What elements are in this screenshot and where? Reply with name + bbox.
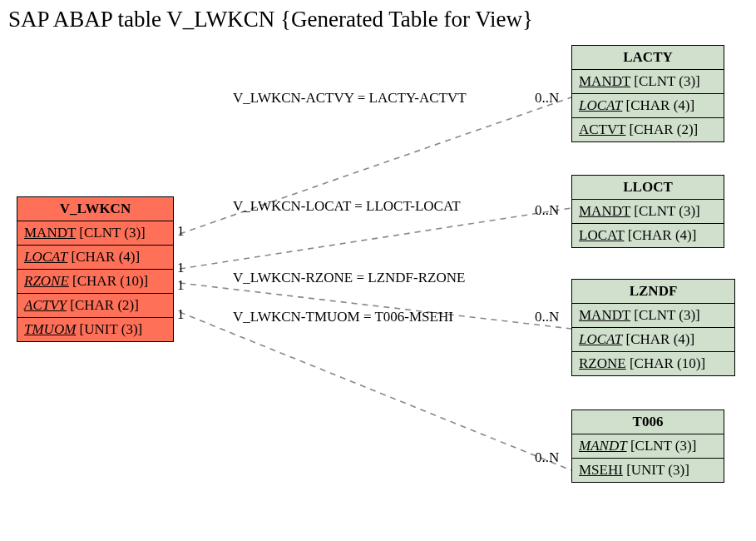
right-cardinality: 0..N <box>535 309 559 325</box>
right-cardinality: 0..N <box>535 90 559 107</box>
field-type: [CHAR (10)] <box>72 273 148 289</box>
page-title: SAP ABAP table V_LWKCN {Generated Table … <box>8 7 533 32</box>
relation-label: V_LWKCN-RZONE = LZNDF-RZONE <box>233 270 465 286</box>
entity-header: LZNDF <box>572 280 734 304</box>
entity-lacty: LACTY MANDT [CLNT (3)] LOCAT [CHAR (4)] … <box>571 45 724 142</box>
right-cardinality: 0..N <box>535 202 559 219</box>
field-type: [CHAR (4)] <box>628 227 697 243</box>
left-cardinality: 1 <box>177 260 185 276</box>
field-row: MANDT [CLNT (3)] <box>572 200 724 224</box>
entity-lloct: LLOCT MANDT [CLNT (3)] LOCAT [CHAR (4)] <box>571 175 724 248</box>
field-type: [UNIT (3)] <box>626 462 689 478</box>
left-cardinality: 1 <box>177 277 185 294</box>
entity-t006: T006 MANDT [CLNT (3)] MSEHI [UNIT (3)] <box>571 409 724 483</box>
field-name: TMUOM <box>24 321 76 337</box>
relation-label: V_LWKCN-ACTVY = LACTY-ACTVT <box>233 90 467 107</box>
entity-header: LLOCT <box>572 176 724 200</box>
field-type: [CHAR (10)] <box>630 355 705 371</box>
field-name: MANDT <box>579 307 630 323</box>
field-name: LOCAT <box>579 227 624 243</box>
field-name: MANDT <box>24 225 76 241</box>
field-name: RZONE <box>24 273 69 289</box>
field-type: [CLNT (3)] <box>79 225 145 241</box>
entity-header: T006 <box>572 410 724 434</box>
field-type: [CHAR (4)] <box>626 331 695 347</box>
field-name: ACTVT <box>579 122 625 137</box>
relation-label: V_LWKCN-TMUOM = T006-MSEHI <box>233 309 453 325</box>
field-name: ACTVY <box>24 297 67 313</box>
field-name: MANDT <box>579 73 630 89</box>
field-row: MANDT [CLNT (3)] <box>572 304 734 328</box>
field-type: [CLNT (3)] <box>634 307 699 323</box>
left-cardinality: 1 <box>177 223 185 240</box>
entity-v-lwkcn: V_LWKCN MANDT [CLNT (3)] LOCAT [CHAR (4)… <box>17 196 174 342</box>
field-row: LOCAT [CHAR (4)] <box>17 246 173 270</box>
field-row: MSEHI [UNIT (3)] <box>572 459 724 482</box>
field-name: MSEHI <box>579 462 623 478</box>
field-row: TMUOM [UNIT (3)] <box>17 318 173 341</box>
field-row: MANDT [CLNT (3)] <box>572 434 724 459</box>
field-name: MANDT <box>579 203 630 219</box>
field-name: LOCAT <box>579 331 622 347</box>
relation-label: V_LWKCN-LOCAT = LLOCT-LOCAT <box>233 198 461 215</box>
field-type: [CHAR (2)] <box>630 122 699 137</box>
right-cardinality: 0..N <box>535 449 559 466</box>
field-name: RZONE <box>579 355 626 371</box>
field-type: [CLNT (3)] <box>634 73 699 89</box>
field-name: LOCAT <box>579 97 622 113</box>
entity-lzndf: LZNDF MANDT [CLNT (3)] LOCAT [CHAR (4)] … <box>571 279 735 376</box>
field-name: MANDT <box>579 438 627 454</box>
field-type: [CHAR (4)] <box>626 97 695 113</box>
field-row: LOCAT [CHAR (4)] <box>572 224 724 247</box>
field-type: [CHAR (2)] <box>70 297 139 313</box>
entity-header: V_LWKCN <box>17 197 173 221</box>
field-row: ACTVT [CHAR (2)] <box>572 118 724 141</box>
field-row: RZONE [CHAR (10)] <box>572 352 734 375</box>
field-type: [CLNT (3)] <box>630 438 696 454</box>
field-row: ACTVY [CHAR (2)] <box>17 294 173 318</box>
svg-line-1 <box>180 208 571 269</box>
er-diagram: SAP ABAP table V_LWKCN {Generated Table … <box>0 0 756 541</box>
field-row: LOCAT [CHAR (4)] <box>572 328 734 352</box>
field-row: MANDT [CLNT (3)] <box>17 221 173 246</box>
left-cardinality: 1 <box>177 306 185 323</box>
field-type: [CHAR (4)] <box>72 249 141 265</box>
field-row: RZONE [CHAR (10)] <box>17 270 173 294</box>
field-name: LOCAT <box>24 249 67 265</box>
svg-line-3 <box>180 312 571 470</box>
field-row: MANDT [CLNT (3)] <box>572 70 724 94</box>
field-type: [CLNT (3)] <box>634 203 699 219</box>
field-row: LOCAT [CHAR (4)] <box>572 94 724 118</box>
entity-header: LACTY <box>572 46 724 70</box>
field-type: [UNIT (3)] <box>80 321 143 337</box>
